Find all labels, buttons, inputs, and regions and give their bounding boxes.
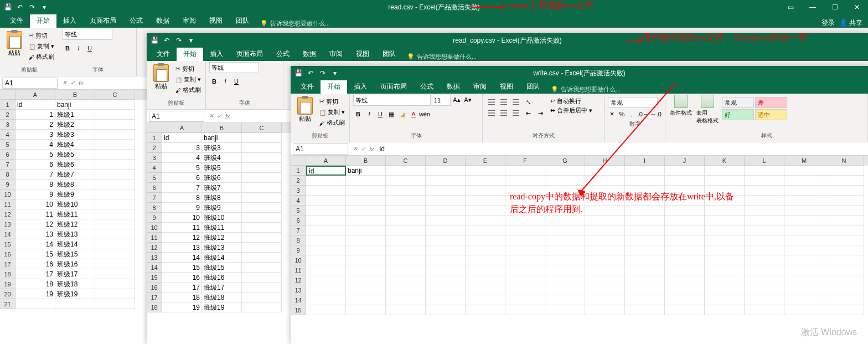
cell[interactable] [466,196,505,206]
cell[interactable]: id [306,166,346,176]
cell[interactable] [242,233,282,243]
row-header[interactable]: 7 [147,193,162,203]
cell[interactable] [625,215,665,225]
row-header[interactable]: 8 [147,203,162,213]
confirm-icon[interactable]: ✓ [217,112,222,120]
save-icon[interactable]: 💾 [3,3,12,12]
row-header[interactable]: 4 [291,196,306,206]
cell[interactable]: 班级1 [55,110,95,120]
cell[interactable] [386,215,426,225]
cell[interactable] [95,120,135,130]
cell[interactable]: 班级11 [55,209,95,219]
cell[interactable]: 班级6 [202,173,242,183]
cell[interactable]: 7 [162,183,202,193]
cell[interactable] [784,245,824,255]
cell[interactable] [745,186,784,196]
cell[interactable] [705,206,745,215]
format-painter-button[interactable]: 格式刷 [28,52,55,61]
row-header[interactable]: 12 [0,209,16,219]
undo-icon[interactable]: ↶ [16,3,24,12]
cell[interactable]: 16 [162,273,202,283]
cell[interactable] [242,183,282,193]
row-header[interactable]: 5 [147,173,162,183]
confirm-icon[interactable]: ✓ [70,79,75,86]
cell[interactable] [426,235,466,245]
cell[interactable] [95,229,135,239]
cell[interactable]: 班级11 [202,223,242,233]
cell[interactable] [306,206,346,215]
select-all-corner[interactable] [0,90,16,100]
row-header[interactable]: 2 [291,176,306,186]
cell[interactable]: id [162,133,202,143]
cell[interactable] [426,285,466,295]
tab-team[interactable]: 团队 [376,47,402,61]
italic-button[interactable]: I [74,43,84,53]
undo-icon[interactable]: ↶ [306,69,315,78]
row-header[interactable]: 9 [147,213,162,223]
style-bad[interactable]: 差 [755,97,787,108]
tab-insert[interactable]: 插入 [347,80,374,94]
cell[interactable] [784,265,824,275]
cell[interactable] [95,150,135,160]
cell[interactable] [16,299,55,309]
cell[interactable] [705,235,745,245]
close-icon[interactable]: ✕ [846,0,868,14]
cell[interactable] [505,285,545,295]
cell[interactable] [346,186,386,196]
col-header[interactable]: A [162,123,202,133]
cell[interactable] [824,275,864,285]
tell-me[interactable]: 💡告诉我您想要做什么... [256,19,334,28]
cell[interactable] [505,295,545,305]
tab-insert[interactable]: 插入 [56,14,83,28]
cell[interactable] [242,143,282,153]
row-header[interactable]: 15 [291,305,306,315]
row-header[interactable]: 17 [147,292,162,302]
qat-dropdown-icon[interactable]: ▾ [187,36,195,45]
cell[interactable]: 13 [162,243,202,253]
cell[interactable] [242,133,282,143]
cell[interactable] [346,206,386,215]
cell[interactable] [346,255,386,265]
tab-team[interactable]: 团队 [229,14,256,28]
cell[interactable] [665,225,705,235]
align-right-icon[interactable] [510,108,521,118]
cell[interactable] [386,265,426,275]
qat-dropdown-icon[interactable]: ▾ [40,3,49,12]
row-header[interactable]: 15 [0,239,16,249]
cell[interactable] [466,285,505,295]
cell[interactable] [242,302,282,312]
cell[interactable] [824,265,864,275]
cell[interactable] [346,265,386,275]
row-header[interactable]: 2 [0,110,16,120]
maximize-icon[interactable]: ☐ [824,0,846,14]
redo-icon[interactable]: ↷ [174,36,183,45]
cell[interactable] [426,265,466,275]
cell[interactable] [95,279,135,289]
cell[interactable] [784,215,824,225]
cell[interactable] [625,225,665,235]
bold-button[interactable]: B [63,43,73,53]
cell[interactable] [306,235,346,245]
cell[interactable] [665,285,705,295]
row-header[interactable]: 13 [147,253,162,263]
tab-review[interactable]: 审阅 [176,14,203,28]
cell[interactable] [705,295,745,305]
cell[interactable] [625,235,665,245]
font-color-button[interactable]: A [409,109,418,119]
cell[interactable] [705,166,745,176]
row-header[interactable]: 9 [0,179,16,189]
decrease-font-icon[interactable]: A▾ [463,95,473,105]
cell[interactable] [95,259,135,269]
cell[interactable] [306,225,346,235]
tab-formula[interactable]: 公式 [414,80,440,94]
cell[interactable] [95,179,135,189]
qat-dropdown-icon[interactable]: ▾ [330,69,339,78]
cancel-icon[interactable]: ✕ [62,79,67,86]
cell[interactable]: 班级2 [55,120,95,130]
cell[interactable] [466,245,505,255]
cell[interactable] [665,235,705,245]
cell[interactable] [426,275,466,285]
cell[interactable]: 19 [162,302,202,312]
cell[interactable] [784,285,824,295]
cell[interactable] [824,186,864,196]
